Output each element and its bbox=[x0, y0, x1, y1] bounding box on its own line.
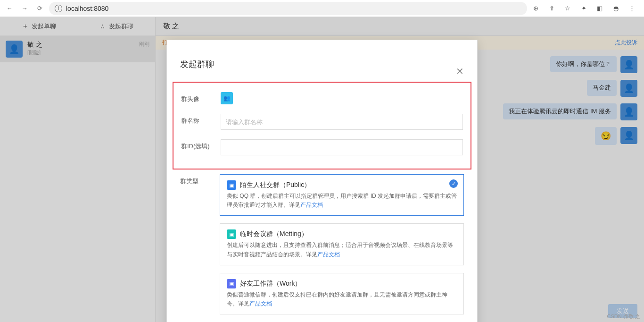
extensions-icon[interactable]: ✦ bbox=[579, 4, 588, 13]
group-type-desc: 类似 QQ 群，创建后群主可以指定群管理员，用户搜索群 ID 发起加群申请后，需… bbox=[227, 192, 457, 210]
url-text: localhost:8080 bbox=[66, 5, 108, 12]
reload-button[interactable]: ⟳ bbox=[34, 3, 45, 14]
group-type-title: 好友工作群（Work） bbox=[240, 280, 301, 288]
panel-icon[interactable]: ◧ bbox=[595, 4, 604, 13]
highlighted-form-section: 群头像 👥 群名称 群ID(选填) bbox=[173, 82, 471, 169]
group-name-input[interactable] bbox=[221, 114, 463, 130]
check-icon: ✓ bbox=[449, 179, 458, 188]
menu-icon[interactable]: ⋮ bbox=[627, 4, 636, 13]
app-container: ＋ 发起单聊 ⛬ 发起群聊 👤 敬 之 [阴险] 刚刚 敬 之 打陌生电话，谨防… bbox=[0, 17, 644, 322]
back-button[interactable]: ← bbox=[4, 3, 15, 14]
label-group-id: 群ID(选填) bbox=[181, 139, 214, 151]
address-bar[interactable]: i localhost:8080 bbox=[49, 2, 527, 15]
star-icon[interactable]: ☆ bbox=[563, 4, 572, 13]
group-type-option[interactable]: ▣好友工作群（Work）类似普通微信群，创建后仅支持已在群内的好友邀请加群，且无… bbox=[220, 273, 464, 314]
label-group-name: 群名称 bbox=[181, 114, 214, 125]
group-type-option[interactable]: ✓▣陌生人社交群（Public）类似 QQ 群，创建后群主可以指定群管理员，用户… bbox=[220, 174, 464, 216]
doc-link[interactable]: 产品文档 bbox=[317, 251, 340, 258]
modal-title: 发起群聊 bbox=[180, 59, 214, 70]
group-type-title: 临时会议群（Metting） bbox=[240, 230, 308, 238]
share-icon[interactable]: ⇪ bbox=[547, 4, 556, 13]
info-icon: i bbox=[55, 5, 62, 12]
group-type-icon: ▣ bbox=[227, 279, 236, 288]
group-type-title: 陌生人社交群（Public） bbox=[240, 181, 311, 189]
watermark: CSDN @敬 之 bbox=[607, 313, 640, 320]
profile-icon[interactable]: ◓ bbox=[611, 4, 620, 13]
group-type-option[interactable]: ▣临时会议群（Metting）创建后可以随意进出，且支持查看入群前消息；适合用于… bbox=[220, 223, 464, 265]
browser-toolbar: ← → ⟳ i localhost:8080 ⊕ ⇪ ☆ ✦ ◧ ◓ ⋮ bbox=[0, 0, 644, 17]
group-type-desc: 类似普通微信群，创建后仅支持已在群内的好友邀请加群，且无需被邀请方同意或群主神奇… bbox=[227, 290, 457, 308]
create-group-modal: 发起群聊 ✕ 群头像 👥 群名称 群ID(选填) 群类型 ✓▣陌生人社交群（Pu… bbox=[166, 40, 478, 322]
group-avatar-picker[interactable]: 👥 bbox=[221, 92, 233, 104]
label-avatar: 群头像 bbox=[181, 92, 214, 103]
forward-button[interactable]: → bbox=[19, 3, 30, 14]
group-id-input[interactable] bbox=[221, 139, 463, 155]
doc-link[interactable]: 产品文档 bbox=[249, 300, 272, 307]
group-type-icon: ▣ bbox=[227, 229, 236, 239]
label-group-type: 群类型 bbox=[180, 174, 213, 322]
group-type-icon: ▣ bbox=[227, 180, 236, 190]
group-type-desc: 创建后可以随意进出，且支持查看入群前消息；适合用于音视频会议场景、在线教育场景等… bbox=[227, 241, 457, 259]
zoom-icon[interactable]: ⊕ bbox=[531, 4, 540, 13]
doc-link[interactable]: 产品文档 bbox=[300, 202, 323, 208]
close-icon[interactable]: ✕ bbox=[456, 51, 464, 77]
